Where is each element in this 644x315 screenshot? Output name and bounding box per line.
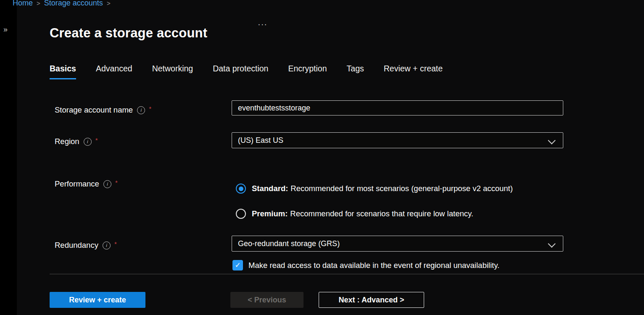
breadcrumb-storage-accounts-link[interactable]: Storage accounts	[44, 0, 103, 8]
review-create-button[interactable]: Review + create	[50, 292, 145, 308]
performance-premium-text: Premium:Recommended for scenarios that r…	[252, 209, 473, 218]
performance-standard-radio[interactable]: Standard:Recommended for most scenarios …	[236, 184, 513, 194]
required-marker: *	[95, 136, 98, 144]
main-panel: Create a storage account ··· Basics Adva…	[17, 0, 644, 315]
next-advanced-button[interactable]: Next : Advanced >	[319, 292, 424, 308]
region-selected-value: (US) East US	[238, 136, 283, 145]
info-icon[interactable]: i	[103, 180, 111, 188]
previous-button[interactable]: < Previous	[230, 292, 304, 308]
expand-panel-icon[interactable]: »	[3, 25, 8, 34]
performance-label: Performance	[55, 179, 99, 189]
tab-basics[interactable]: Basics	[50, 64, 76, 79]
required-marker: *	[115, 179, 118, 186]
performance-label-row: Performance i *	[55, 178, 118, 189]
breadcrumb-home-link[interactable]: Home	[13, 0, 33, 8]
breadcrumb-separator-icon: >	[37, 0, 40, 7]
tab-advanced[interactable]: Advanced	[96, 64, 132, 79]
page-title: Create a storage account	[50, 26, 207, 41]
required-marker: *	[114, 240, 117, 247]
redundancy-label-row: Redundancy i *	[55, 240, 117, 251]
footer-divider	[50, 274, 644, 274]
breadcrumb-separator-icon: >	[107, 0, 111, 7]
radio-selected-icon	[236, 184, 246, 194]
redundancy-select[interactable]: Geo-redundant storage (GRS)	[232, 236, 563, 252]
read-access-checkbox-label: Make read access to data available in th…	[248, 261, 499, 270]
chevron-down-icon	[548, 240, 555, 247]
region-label-row: Region i *	[55, 136, 98, 147]
info-icon[interactable]: i	[137, 106, 145, 114]
create-storage-account-page: Home > Storage accounts > » Create a sto…	[0, 0, 644, 315]
tab-data-protection[interactable]: Data protection	[213, 64, 268, 79]
performance-premium-radio[interactable]: Premium:Recommended for scenarios that r…	[236, 209, 473, 219]
tab-networking[interactable]: Networking	[152, 64, 193, 79]
breadcrumb: Home > Storage accounts >	[13, 0, 111, 8]
chevron-down-icon	[548, 136, 555, 144]
redundancy-label: Redundancy	[55, 241, 98, 250]
tab-review-create[interactable]: Review + create	[384, 64, 443, 79]
radio-unselected-icon	[236, 209, 246, 219]
performance-standard-text: Standard:Recommended for most scenarios …	[252, 184, 513, 193]
read-access-checkbox-row[interactable]: ✓ Make read access to data available in …	[232, 260, 499, 270]
required-marker: *	[149, 105, 151, 112]
info-icon[interactable]: i	[103, 242, 111, 249]
storage-account-name-label-row: Storage account name i *	[55, 105, 151, 116]
info-icon[interactable]: i	[84, 138, 92, 146]
tab-tags[interactable]: Tags	[347, 64, 364, 79]
more-options-icon[interactable]: ···	[258, 19, 267, 29]
storage-account-name-label: Storage account name	[55, 105, 133, 115]
wizard-tabs: Basics Advanced Networking Data protecti…	[50, 64, 443, 79]
region-select[interactable]: (US) East US	[232, 132, 563, 148]
tab-encryption[interactable]: Encryption	[288, 64, 327, 79]
region-label: Region	[55, 137, 79, 146]
redundancy-selected-value: Geo-redundant storage (GRS)	[238, 239, 340, 248]
checkbox-checked-icon[interactable]: ✓	[232, 260, 243, 270]
storage-account-name-input[interactable]	[232, 100, 563, 116]
check-icon: ✓	[235, 261, 240, 270]
